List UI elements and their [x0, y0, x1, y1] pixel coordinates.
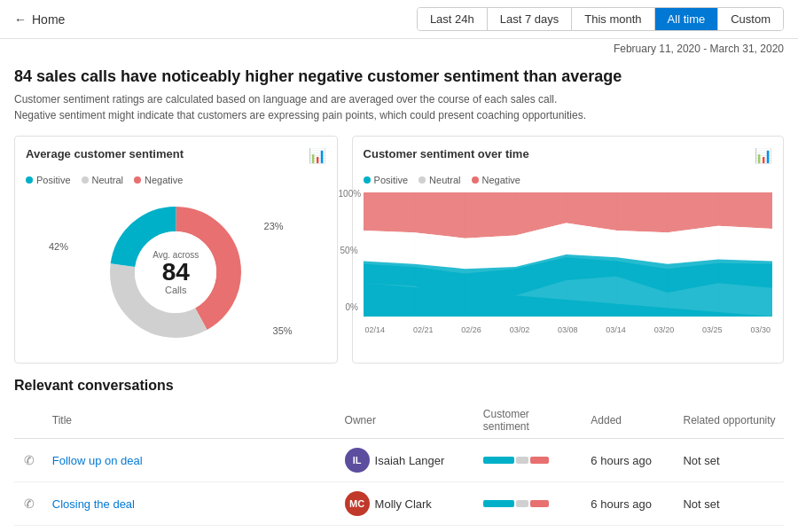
conversation-owner: JH Jeff Hay: [338, 526, 476, 533]
section-title: Relevant conversations: [14, 378, 784, 394]
area-chart-svg: [364, 192, 772, 317]
donut-svg: [96, 192, 255, 352]
area-chart-container: 100% 50% 0% 02/14 02/21 02/26 03/02 03/0…: [364, 192, 772, 334]
right-neutral-dot: [419, 176, 426, 184]
conversation-opportunity: Not set: [676, 439, 784, 482]
subtitle-line2: Negative sentiment might indicate that c…: [14, 109, 586, 121]
conversation-opportunity: Not set: [676, 482, 784, 526]
x-label-0308: 03/08: [558, 325, 578, 334]
sentiment-positive-seg: [483, 500, 514, 507]
donut-container: Avg. across 84 Calls 23% 35% 42%: [26, 192, 326, 352]
table-row[interactable]: ✆Closing the deal MC Molly Clark 6 hours…: [14, 482, 784, 526]
conversation-sentiment: [476, 482, 584, 526]
call-icon: ✆: [14, 526, 45, 533]
left-chart-header: Average customer sentiment 📊: [26, 147, 326, 168]
conversation-added: 6 hours ago: [583, 482, 676, 526]
y-label-50: 50%: [340, 246, 358, 255]
filter-thismonth-button[interactable]: This month: [572, 8, 654, 30]
sentiment-negative-seg: [530, 457, 549, 464]
conversation-opportunity: Not set: [676, 526, 784, 533]
right-negative-label: Negative: [482, 175, 520, 185]
filter-custom-button[interactable]: Custom: [718, 8, 783, 30]
negative-dot: [134, 176, 141, 184]
page-title: 84 sales calls have noticeably higher ne…: [14, 67, 784, 86]
conversation-sentiment: [476, 526, 584, 533]
conversation-title[interactable]: Closing the deal: [45, 482, 338, 526]
call-icon: ✆: [14, 482, 45, 526]
x-axis-labels: 02/14 02/21 02/26 03/02 03/08 03/14 03/2…: [364, 325, 772, 334]
pct-negative: 42%: [49, 241, 68, 252]
donut-inner-circle: [135, 231, 216, 313]
legend-item-neutral: Neutral: [82, 175, 123, 185]
x-label-0214: 02/14: [365, 325, 386, 334]
positive-dot: [26, 176, 33, 184]
neutral-label: Neutral: [92, 175, 123, 185]
left-chart-title: Average customer sentiment: [26, 147, 184, 160]
x-label-0226: 02/26: [461, 325, 481, 334]
th-sentiment: Customer sentiment: [476, 403, 584, 439]
sentiment-positive-seg: [483, 457, 514, 464]
th-title: Title: [45, 403, 338, 439]
time-filter-group: Last 24h Last 7 days This month All time…: [417, 7, 784, 31]
right-negative-dot: [472, 176, 479, 184]
left-chart-export-icon[interactable]: 📊: [309, 147, 326, 164]
x-label-0325: 03/25: [702, 325, 723, 334]
table-row[interactable]: ✆Follow up on deal IL Isaiah Langer 6 ho…: [14, 439, 784, 482]
right-positive-label: Positive: [374, 175, 409, 185]
table-row[interactable]: ✆Live Demo follow up JH Jeff Hay a day a…: [14, 526, 784, 533]
x-label-0302: 03/02: [510, 325, 530, 334]
y-label-0: 0%: [346, 302, 358, 312]
right-neutral-label: Neutral: [429, 175, 460, 185]
conversations-table: Title Owner Customer sentiment Added Rel…: [14, 403, 784, 532]
conversation-added: a day ago: [583, 526, 676, 533]
sentiment-neutral-seg: [516, 500, 528, 507]
right-positive-dot: [364, 176, 371, 184]
conversation-owner: MC Molly Clark: [338, 482, 476, 526]
charts-row: Average customer sentiment 📊 Positive Ne…: [14, 136, 784, 364]
subtitle: Customer sentiment ratings are calculate…: [14, 91, 784, 123]
filter-last7days-button[interactable]: Last 7 days: [488, 8, 573, 30]
y-label-100: 100%: [339, 189, 362, 199]
filter-last24h-button[interactable]: Last 24h: [418, 8, 488, 30]
date-range: February 11, 2020 - March 31, 2020: [0, 39, 798, 59]
negative-label: Negative: [145, 175, 183, 185]
right-legend-positive: Positive: [364, 175, 409, 185]
right-legend-negative: Negative: [472, 175, 520, 185]
date-range-text: February 11, 2020 - March 31, 2020: [614, 43, 784, 55]
th-icon: [14, 403, 45, 439]
legend-item-negative: Negative: [134, 175, 183, 185]
right-chart-card: Customer sentiment over time 📊 Positive …: [352, 136, 784, 364]
home-link[interactable]: ← Home: [14, 12, 65, 27]
conversation-title[interactable]: Live Demo follow up: [45, 526, 338, 533]
pct-neutral: 35%: [273, 325, 293, 336]
conversation-title[interactable]: Follow up on deal: [45, 439, 338, 482]
filter-alltime-button[interactable]: All time: [655, 8, 719, 30]
right-chart-export-icon[interactable]: 📊: [755, 147, 772, 164]
right-chart-title: Customer sentiment over time: [364, 147, 529, 160]
pct-positive: 23%: [264, 221, 284, 231]
conversation-added: 6 hours ago: [583, 439, 676, 482]
legend-item-positive: Positive: [26, 175, 71, 185]
main-content: 84 sales calls have noticeably higher ne…: [0, 59, 798, 532]
x-label-0314: 03/14: [606, 325, 626, 334]
top-bar: ← Home Last 24h Last 7 days This month A…: [0, 0, 798, 39]
call-icon: ✆: [14, 439, 45, 482]
right-chart-header: Customer sentiment over time 📊: [364, 147, 772, 168]
sentiment-negative-seg: [530, 500, 549, 507]
left-chart-legend: Positive Neutral Negative: [26, 175, 326, 185]
positive-label: Positive: [36, 175, 71, 185]
x-label-0221: 02/21: [413, 325, 434, 334]
table-header-row: Title Owner Customer sentiment Added Rel…: [14, 403, 784, 439]
conversation-owner: IL Isaiah Langer: [338, 439, 476, 482]
th-owner: Owner: [338, 403, 476, 439]
sentiment-neutral-seg: [516, 457, 528, 464]
home-label: Home: [32, 12, 65, 27]
left-chart-card: Average customer sentiment 📊 Positive Ne…: [14, 136, 338, 364]
neutral-dot: [82, 176, 89, 184]
subtitle-line1: Customer sentiment ratings are calculate…: [14, 93, 557, 106]
x-label-0320: 03/20: [654, 325, 675, 334]
th-opportunity: Related opportunity: [676, 403, 784, 439]
right-chart-legend: Positive Neutral Negative: [364, 175, 772, 185]
x-label-0330: 03/30: [750, 325, 771, 334]
right-legend-neutral: Neutral: [419, 175, 460, 185]
